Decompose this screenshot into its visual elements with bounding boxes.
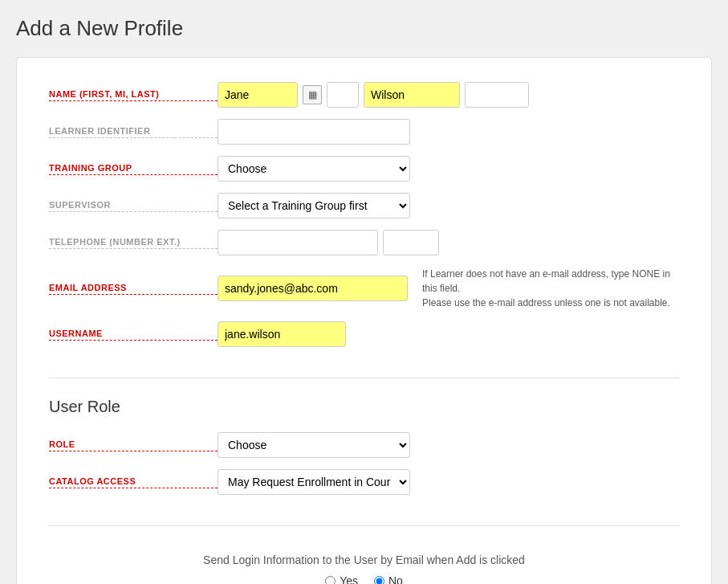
telephone-input[interactable] [218,230,378,255]
last-name-input[interactable] [364,82,460,108]
footer-section: Send Login Information to the User by Em… [49,545,679,584]
no-label: No [388,574,403,584]
role-select[interactable]: Choose [218,432,410,458]
yes-label: Yes [340,574,358,584]
no-radio[interactable] [374,576,384,585]
telephone-ext-input[interactable] [383,230,439,255]
supervisor-label: SUPERVISOR [49,200,218,212]
name-controls: ▦ [218,82,679,108]
catalog-access-label: CATALOG ACCESS [49,476,218,488]
learner-id-row: LEARNER IDENTIFIER [49,119,679,145]
user-role-section: User Role ROLE Choose CATALOG ACCESS May… [49,398,679,526]
username-controls [218,321,679,347]
mi-icon[interactable]: ▦ [303,85,322,104]
catalog-access-select[interactable]: May Request Enrollment in Courses [218,469,410,495]
telephone-row: TELEPHONE (NUMBER EXT.) [49,230,679,255]
page-title: Add a New Profile [16,16,712,41]
learner-id-controls [218,119,679,145]
training-group-label: TRAINING GROUP [49,163,218,175]
learner-id-label: LEARNER IDENTIFIER [49,126,218,138]
learner-id-input[interactable] [218,119,410,145]
training-group-select[interactable]: Choose [218,156,410,182]
email-row: EMAIL ADDRESS If Learner does not have a… [49,267,679,310]
first-name-input[interactable] [218,82,298,108]
username-row: USERNAME [49,321,679,347]
suffix-input[interactable] [465,82,529,108]
username-label: USERNAME [49,329,218,341]
send-login-radio-group: Yes No [49,574,679,584]
catalog-access-row: CATALOG ACCESS May Request Enrollment in… [49,469,679,495]
supervisor-row: SUPERVISOR Select a Training Group first [49,193,679,218]
name-label: NAME (FIRST, MI, LAST) [49,89,218,101]
training-group-row: TRAINING GROUP Choose [49,156,679,182]
profile-section: NAME (FIRST, MI, LAST) ▦ LEARNER IDENTIF… [49,82,679,378]
email-controls: If Learner does not have an e-mail addre… [218,267,679,310]
username-input[interactable] [218,321,346,347]
catalog-access-controls: May Request Enrollment in Courses [218,469,679,495]
role-row: ROLE Choose [49,432,679,458]
telephone-label: TELEPHONE (NUMBER EXT.) [49,237,218,249]
email-input[interactable] [218,276,408,301]
email-hint: If Learner does not have an e-mail addre… [422,267,679,310]
role-label: ROLE [49,439,218,451]
yes-radio-label[interactable]: Yes [325,574,358,584]
training-group-controls: Choose [218,156,679,182]
supervisor-controls: Select a Training Group first [218,193,679,218]
supervisor-select[interactable]: Select a Training Group first [218,193,410,218]
mi-input[interactable] [327,82,359,108]
send-login-text: Send Login Information to the User by Em… [49,553,679,566]
form-card: NAME (FIRST, MI, LAST) ▦ LEARNER IDENTIF… [16,57,712,584]
role-controls: Choose [218,432,679,458]
name-row: NAME (FIRST, MI, LAST) ▦ [49,82,679,108]
user-role-title: User Role [49,398,679,416]
telephone-controls [218,230,679,255]
email-label: EMAIL ADDRESS [49,283,218,295]
yes-radio[interactable] [325,576,336,585]
no-radio-label[interactable]: No [374,574,403,584]
